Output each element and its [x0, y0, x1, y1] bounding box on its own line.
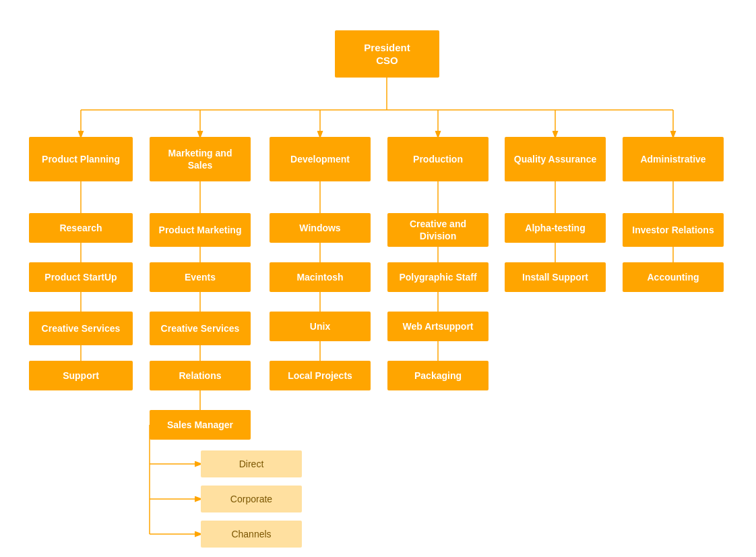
quality-assurance-box: Quality Assurance	[505, 137, 606, 181]
development-box: Development	[270, 137, 371, 181]
polygraphic-staff-box: Polygraphic Staff	[387, 262, 489, 292]
relations-box: Relations	[150, 361, 251, 390]
events-box: Events	[150, 262, 251, 292]
windows-box: Windows	[270, 213, 371, 243]
investor-relations-box: Investor Relations	[623, 213, 724, 247]
channels-box: Channels	[201, 521, 302, 548]
accounting-box: Accounting	[623, 262, 724, 292]
install-support-box: Install Support	[505, 262, 606, 292]
administrative-box: Administrative	[623, 137, 724, 181]
packaging-box: Packaging	[387, 361, 489, 390]
org-chart: President CSO Product Planning Marketing…	[0, 0, 756, 557]
web-artsupport-box: Web Artsupport	[387, 312, 489, 341]
direct-box: Direct	[201, 450, 302, 477]
creative-services-1-box: Creative Services	[29, 312, 133, 345]
product-planning-box: Product Planning	[29, 137, 133, 181]
president-box: President CSO	[335, 30, 439, 78]
support-box: Support	[29, 361, 133, 390]
alpha-testing-box: Alpha-testing	[505, 213, 606, 243]
unix-box: Unix	[270, 312, 371, 341]
macintosh-box: Macintosh	[270, 262, 371, 292]
sales-manager-box: Sales Manager	[150, 410, 251, 440]
corporate-box: Corporate	[201, 486, 302, 512]
research-box: Research	[29, 213, 133, 243]
marketing-sales-box: Marketing and Sales	[150, 137, 251, 181]
creative-division-box: Creative and Division	[387, 213, 489, 247]
product-startup-box: Product StartUp	[29, 262, 133, 292]
production-box: Production	[387, 137, 489, 181]
product-marketing-box: Product Marketing	[150, 213, 251, 247]
local-projects-box: Local Projects	[270, 361, 371, 390]
creative-services-2-box: Creative Services	[150, 312, 251, 345]
